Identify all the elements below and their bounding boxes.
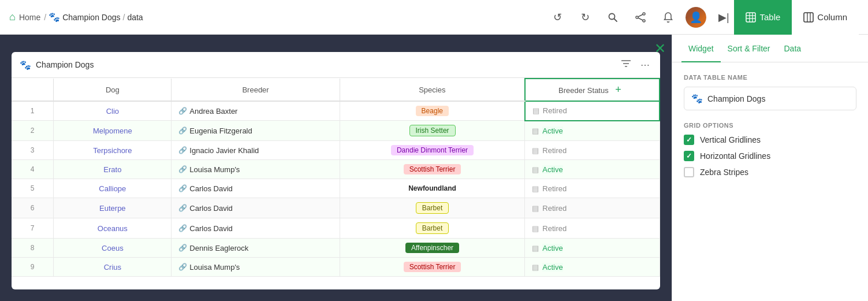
vertical-gridlines-checkbox[interactable]: ✓ — [684, 135, 694, 145]
svg-line-6 — [638, 18, 643, 20]
cell-dog: Clio — [54, 101, 172, 121]
add-column-button[interactable]: + — [610, 84, 626, 96]
col-header-species: Species — [340, 79, 525, 101]
table-row: 4 Erato 🔗 Louisa Mump's Scottish Terrier… — [12, 160, 660, 179]
table-row: 7 Oceanus 🔗 Carlos David Barbet ▤ Retire… — [12, 218, 660, 239]
breeder-name: Carlos David — [189, 204, 232, 213]
close-button[interactable]: ✕ — [654, 40, 666, 57]
tab-sort-filter[interactable]: Sort & Filter — [721, 35, 777, 62]
redo-button[interactable]: ↻ — [575, 7, 595, 28]
project-name: Champion Dogs — [62, 13, 120, 22]
status-icon: ▤ — [532, 165, 539, 174]
table-scroll-area[interactable]: Dog Breeder Species Breeder Status + 1 C… — [12, 78, 660, 289]
status-icon: ▤ — [532, 224, 539, 233]
share-button[interactable] — [630, 7, 651, 28]
widget-dog-icon: 🐾 — [20, 60, 31, 70]
data-table-dog-icon: 🐾 — [691, 93, 703, 104]
cell-num: 8 — [12, 239, 54, 258]
species-badge: Dandie Dinmont Terrier — [391, 145, 474, 155]
widget-header-icons: ⋯ — [619, 58, 652, 72]
cell-status: ▤ Retired — [525, 179, 660, 198]
status-icon: ▤ — [532, 146, 539, 155]
col-header-dog: Dog — [54, 79, 172, 101]
breadcrumb-sep2: / — [123, 13, 125, 22]
notifications-button[interactable] — [658, 7, 679, 28]
status-icon: ▤ — [532, 106, 539, 115]
main-area: ✕ 🐾 Champion Dogs ⋯ — [0, 35, 868, 301]
table-row: 2 Melpomene 🔗 Eugenia Fitzgerald Irish S… — [12, 121, 660, 141]
home-link[interactable]: Home — [18, 7, 42, 28]
vertical-gridlines-label: Vertical Gridlines — [700, 135, 761, 144]
column-view-button[interactable]: Column — [792, 0, 859, 35]
link-icon: 🔗 — [178, 184, 187, 192]
grid-options-section: GRID OPTIONS ✓ Vertical Gridlines ✓ Hori… — [684, 122, 856, 183]
link-icon: 🔗 — [178, 165, 187, 173]
svg-point-2 — [643, 13, 645, 15]
project-dog-icon: 🐾 — [49, 12, 60, 23]
link-icon: 🔗 — [178, 127, 187, 135]
table-row: 8 Coeus 🔗 Dennis Eaglerock Affenpinscher… — [12, 239, 660, 258]
cell-status: ▤ Retired — [525, 141, 660, 160]
widget-header: 🐾 Champion Dogs ⋯ — [12, 52, 660, 78]
view-toggle: Table Column — [734, 0, 859, 35]
cell-status: ▤ Retired — [525, 198, 660, 218]
breeder-name: Andrea Baxter — [189, 107, 237, 116]
cell-dog: Coeus — [54, 239, 172, 258]
left-panel: ✕ 🐾 Champion Dogs ⋯ — [0, 35, 672, 301]
filter-icon-button[interactable] — [619, 58, 634, 72]
widget-title: Champion Dogs — [36, 60, 614, 69]
horizontal-gridlines-checkbox[interactable]: ✓ — [684, 151, 694, 161]
grid-option-zebra: Zebra Stripes — [684, 167, 856, 177]
filter-icon — [621, 59, 631, 68]
data-table: Dog Breeder Species Breeder Status + 1 C… — [12, 78, 660, 277]
expand-button[interactable]: ▶| — [713, 7, 734, 28]
breadcrumb-sep1: / — [44, 13, 46, 22]
svg-point-4 — [643, 20, 645, 22]
cell-breeder: 🔗 Carlos David — [172, 179, 340, 198]
share-icon — [635, 12, 646, 23]
cell-num: 9 — [12, 258, 54, 277]
page-name: data — [127, 13, 143, 22]
top-nav: ⌂ Home / 🐾 Champion Dogs / data ↺ ↻ — [0, 0, 868, 35]
link-icon: 🔗 — [178, 263, 187, 271]
table-body: 1 Clio 🔗 Andrea Baxter Beagle ▤ Retired … — [12, 101, 660, 277]
zebra-stripes-checkbox[interactable] — [684, 167, 694, 177]
cell-species: Scottish Terrier — [340, 258, 525, 277]
table-view-button[interactable]: Table — [734, 0, 792, 35]
right-panel-tabs: Widget Sort & Filter Data — [672, 35, 868, 62]
more-options-button[interactable]: ⋯ — [638, 58, 652, 72]
status-value: Retired — [543, 106, 567, 115]
cell-status: ▤ Active — [525, 121, 660, 141]
breeder-name: Carlos David — [189, 184, 232, 193]
species-badge: Scottish Terrier — [404, 262, 461, 272]
breeder-name: Dennis Eaglerock — [189, 244, 248, 252]
cell-species: Newfoundland — [340, 179, 525, 198]
tab-widget[interactable]: Widget — [681, 35, 721, 62]
cell-breeder: 🔗 Carlos David — [172, 218, 340, 239]
species-badge: Affenpinscher — [405, 243, 459, 253]
search-button[interactable] — [602, 7, 623, 28]
cell-breeder: 🔗 Eugenia Fitzgerald — [172, 121, 340, 141]
data-table-name-box[interactable]: 🐾 Champion Dogs — [684, 87, 856, 110]
breeder-name: Carlos David — [189, 224, 232, 233]
breeder-name: Louisa Mump's — [189, 165, 240, 174]
species-badge: Newfoundland — [403, 183, 462, 194]
avatar[interactable]: 👤 — [686, 7, 706, 28]
link-icon: 🔗 — [178, 224, 187, 232]
avatar-image: 👤 — [686, 7, 706, 28]
species-badge: Beagle — [416, 106, 449, 116]
species-badge: Barbet — [416, 202, 449, 214]
cell-breeder: 🔗 Ignacio Javier Khalid — [172, 141, 340, 160]
status-value: Active — [542, 165, 562, 174]
table-row: 5 Calliope 🔗 Carlos David Newfoundland ▤… — [12, 179, 660, 198]
svg-rect-12 — [804, 13, 813, 22]
cell-dog: Oceanus — [54, 218, 172, 239]
widget-container: 🐾 Champion Dogs ⋯ — [12, 52, 660, 289]
undo-button[interactable]: ↺ — [547, 7, 568, 28]
link-icon: 🔗 — [178, 244, 187, 252]
data-table-name-value: Champion Dogs — [707, 94, 765, 103]
tab-data[interactable]: Data — [777, 35, 808, 62]
zebra-stripes-label: Zebra Stripes — [700, 168, 748, 177]
table-row: 6 Euterpe 🔗 Carlos David Barbet ▤ Retire… — [12, 198, 660, 218]
column-view-icon — [803, 12, 814, 23]
